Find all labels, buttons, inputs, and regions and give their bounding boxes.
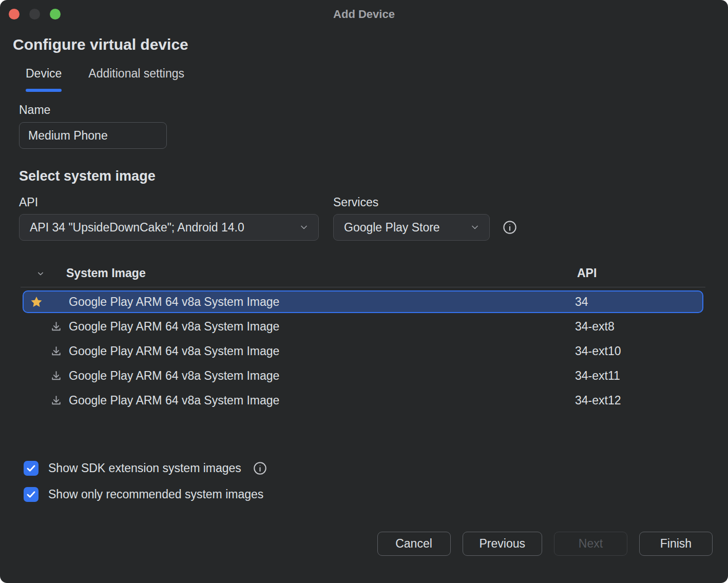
filter-checkboxes: Show SDK extension system images Show on… (24, 461, 713, 502)
table-row[interactable]: Google Play ARM 64 v8a System Image 34-e… (23, 389, 703, 412)
tab-bar: Device Additional settings (12, 67, 713, 92)
chevron-down-icon (299, 222, 309, 232)
table-header: System Image API (21, 266, 705, 287)
download-icon (49, 394, 63, 407)
table-row[interactable]: Google Play ARM 64 v8a System Image 34-e… (23, 315, 703, 338)
checkbox-label: Show only recommended system images (48, 488, 263, 501)
device-name-input[interactable] (19, 122, 167, 149)
tab-additional-settings-label: Additional settings (88, 67, 184, 89)
dialog-content: Configure virtual device Device Addition… (0, 36, 728, 556)
star-icon (30, 295, 43, 309)
column-header-api: API (577, 266, 705, 280)
system-image-name: Google Play ARM 64 v8a System Image (69, 320, 575, 334)
download-icon (49, 320, 63, 333)
system-image-api: 34-ext8 (575, 320, 702, 334)
previous-button[interactable]: Previous (463, 532, 542, 556)
system-image-name: Google Play ARM 64 v8a System Image (69, 394, 575, 407)
api-dropdown[interactable]: API 34 "UpsideDownCake"; Android 14.0 (19, 214, 319, 241)
services-info-icon[interactable] (502, 214, 518, 241)
services-dropdown[interactable]: Google Play Store (333, 214, 490, 241)
active-tab-indicator (26, 89, 62, 92)
checkbox-show-sdk-extension[interactable]: Show SDK extension system images (24, 461, 713, 476)
table-row[interactable]: Google Play ARM 64 v8a System Image 34-e… (23, 340, 703, 362)
check-icon (26, 463, 36, 474)
system-image-name: Google Play ARM 64 v8a System Image (69, 369, 575, 383)
select-system-image-heading: Select system image (19, 168, 713, 184)
check-icon (26, 489, 36, 500)
image-filters-row: API API 34 "UpsideDownCake"; Android 14.… (19, 196, 713, 241)
system-image-table: System Image API Google Play ARM 64 v8a … (21, 266, 705, 412)
tab-additional-settings[interactable]: Additional settings (75, 67, 198, 92)
sdk-extension-info-icon[interactable] (253, 461, 267, 476)
window-title: Add Device (0, 0, 728, 29)
name-label: Name (19, 103, 713, 117)
table-row[interactable]: Google Play ARM 64 v8a System Image 34-e… (23, 364, 703, 387)
table-body: Google Play ARM 64 v8a System Image 34 G… (21, 290, 705, 412)
services-label: Services (333, 196, 490, 209)
api-selector: API API 34 "UpsideDownCake"; Android 14.… (19, 196, 319, 241)
finish-button[interactable]: Finish (639, 532, 713, 556)
page-title: Configure virtual device (13, 36, 713, 53)
next-button[interactable]: Next (554, 532, 627, 556)
add-device-dialog: Add Device Configure virtual device Devi… (0, 0, 728, 583)
table-row-selected[interactable]: Google Play ARM 64 v8a System Image 34 (23, 290, 703, 313)
system-image-api: 34-ext12 (575, 394, 702, 407)
column-header-system-image: System Image (66, 266, 577, 280)
download-icon (49, 345, 63, 358)
tab-device[interactable]: Device (12, 67, 75, 92)
checkbox-show-only-recommended[interactable]: Show only recommended system images (24, 487, 713, 502)
system-image-api: 34-ext10 (575, 344, 702, 358)
chevron-down-icon (470, 222, 480, 232)
tab-device-label: Device (26, 67, 62, 89)
system-image-name: Google Play ARM 64 v8a System Image (69, 344, 575, 358)
checkbox-checked[interactable] (24, 461, 39, 476)
services-selector: Services Google Play Store (333, 196, 490, 241)
checkbox-checked[interactable] (24, 487, 39, 502)
checkbox-label: Show SDK extension system images (48, 461, 241, 475)
cancel-button[interactable]: Cancel (377, 532, 451, 556)
system-image-name: Google Play ARM 64 v8a System Image (69, 295, 575, 309)
collapse-chevron-icon[interactable] (34, 268, 47, 279)
system-image-api: 34 (575, 295, 702, 309)
system-image-api: 34-ext11 (575, 369, 702, 383)
api-dropdown-value: API 34 "UpsideDownCake"; Android 14.0 (30, 221, 244, 235)
titlebar: Add Device (0, 0, 728, 29)
download-icon (49, 370, 63, 382)
footer-button-bar: Cancel Previous Next Finish (19, 532, 713, 556)
services-dropdown-value: Google Play Store (344, 221, 440, 235)
api-label: API (19, 196, 319, 209)
